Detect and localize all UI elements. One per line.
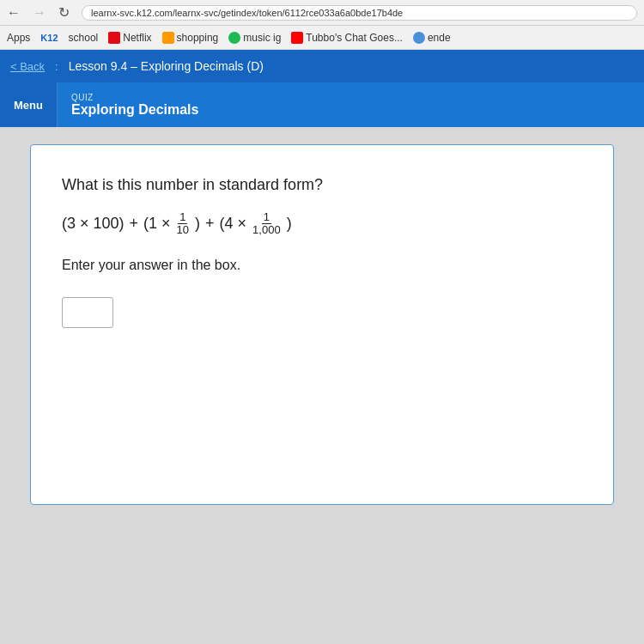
fraction-2: 1 1,000	[251, 211, 283, 237]
bookmark-apps[interactable]: Apps	[7, 32, 30, 44]
bookmark-apps-label: Apps	[7, 32, 30, 44]
browser-bar: ← → ↻ learnx-svc.k12.com/learnx-svc/geti…	[0, 0, 644, 26]
lesson-header: Menu QUIZ Exploring Decimals	[0, 82, 644, 127]
bookmark-tubbo-label: Tubbo's Chat Goes...	[306, 32, 403, 44]
math-plus1: +	[130, 215, 139, 233]
question-text: What is this number in standard form?	[62, 176, 582, 194]
math-part1: (3 × 100)	[62, 215, 125, 233]
bookmark-ende-label: ende	[428, 32, 451, 44]
bookmark-netflix[interactable]: Netflix	[108, 32, 151, 44]
netflix-icon	[108, 32, 120, 44]
math-part2-suffix: )	[195, 215, 200, 233]
math-plus2: +	[205, 215, 215, 233]
fraction2-denominator: 1,000	[251, 224, 283, 236]
nav-separator: :	[55, 60, 58, 73]
bookmark-music[interactable]: music ig	[228, 32, 281, 44]
bookmark-tubbo[interactable]: Tubbo's Chat Goes...	[291, 32, 403, 44]
other-icon	[413, 32, 425, 44]
bookmark-shopping-label: shopping	[177, 32, 219, 44]
browser-back-button[interactable]: ←	[7, 5, 21, 21]
browser-reload-button[interactable]: ↻	[58, 4, 70, 21]
url-bar[interactable]: learnx-svc.k12.com/learnx-svc/getindex/t…	[82, 5, 637, 21]
quiz-card: What is this number in standard form? (3…	[30, 144, 614, 505]
main-content: What is this number in standard form? (3…	[0, 127, 644, 644]
instruction-text: Enter your answer in the box.	[62, 258, 582, 273]
browser-forward-button[interactable]: →	[33, 5, 46, 21]
app-nav: < Back : Lesson 9.4 – Exploring Decimals…	[0, 50, 644, 82]
bookmark-k12[interactable]: K12	[40, 33, 58, 43]
fraction1-denominator: 10	[175, 224, 191, 236]
fraction-1: 1 10	[175, 211, 191, 237]
answer-input[interactable]	[62, 297, 113, 328]
lesson-name: Exploring Decimals	[71, 102, 199, 118]
menu-button[interactable]: Menu	[0, 82, 58, 127]
bookmark-music-label: music ig	[243, 32, 281, 44]
nav-lesson-title: Lesson 9.4 – Exploring Decimals (D)	[69, 59, 264, 73]
amazon-icon	[162, 32, 174, 44]
bookmark-k12-label: K12	[40, 33, 58, 43]
math-part3: (4 × 1 1,000 )	[220, 211, 292, 237]
bookmark-netflix-label: Netflix	[123, 32, 151, 44]
bookmarks-bar: Apps K12 school Netflix shopping music i…	[0, 26, 644, 50]
fraction1-numerator: 1	[178, 211, 187, 224]
math-expression: (3 × 100) + (1 × 1 10 ) + (4 × 1 1,000 )	[62, 211, 582, 237]
quiz-label: QUIZ	[71, 93, 199, 102]
youtube-icon	[291, 32, 303, 44]
math-part2-prefix: (1 ×	[143, 215, 171, 233]
lesson-info: QUIZ Exploring Decimals	[58, 88, 213, 123]
back-link[interactable]: < Back	[10, 60, 45, 73]
bookmark-school-label: school	[69, 32, 99, 44]
bookmark-ende[interactable]: ende	[413, 32, 451, 44]
math-part2: (1 × 1 10 )	[143, 211, 200, 237]
math-part3-suffix: )	[287, 215, 292, 233]
bookmark-shopping[interactable]: shopping	[162, 32, 219, 44]
music-icon	[228, 32, 240, 44]
bookmark-school[interactable]: school	[69, 32, 99, 44]
math-part3-prefix: (4 ×	[220, 215, 247, 233]
fraction2-numerator: 1	[262, 211, 271, 224]
